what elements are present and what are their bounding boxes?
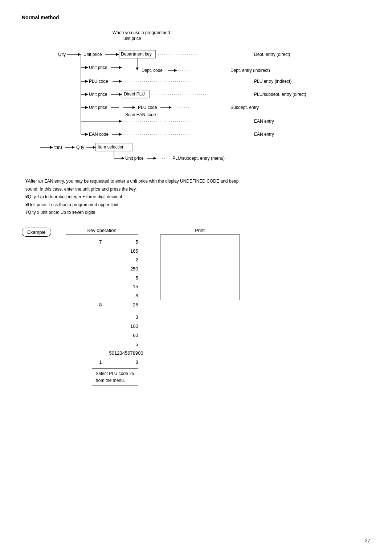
dept-key-box: Department key [121, 52, 152, 57]
row2-dots: ········· [178, 68, 195, 73]
note-line-1: ¥After an EAN entry, you may be requeste… [25, 178, 370, 186]
item-selection-box: Item selection [98, 144, 124, 150]
key-op-right-4: 250 [109, 265, 138, 274]
key-op-left-13 [87, 349, 102, 358]
note-line-2: sound. In this case, enter the unit pric… [25, 186, 370, 194]
key-op-header: Key operation [66, 228, 138, 235]
example-section: Example Key operation 7 5 165 2 250 [22, 228, 370, 386]
key-op-row-11: 60 [66, 331, 138, 340]
ean-right: EAN entry [254, 132, 274, 137]
key-op-left-6 [87, 282, 102, 292]
unit-price-sub-label: unit price [123, 36, 141, 41]
svg-marker-30 [132, 106, 135, 109]
key-op-row-8: 8 25 [66, 301, 138, 310]
key-op-right-9: 3 [109, 313, 138, 322]
note-line-4: ¥Unit price: Less than a programmed uppe… [25, 201, 370, 209]
key-op-col: Key operation 7 5 165 2 250 5 [66, 228, 138, 386]
key-op-right-1: 5 [109, 238, 138, 247]
diagram-svg: When you use a programmed unit price Q't… [29, 28, 356, 166]
menu-select-box: Select PLU code 25 from the menu. [92, 368, 138, 386]
key-op-left-8: 8 [87, 301, 102, 310]
print-box [160, 235, 240, 300]
key-op-left-3 [87, 256, 102, 265]
key-op-left-10 [87, 322, 102, 331]
svg-marker-35 [119, 120, 122, 123]
print-col: Print [160, 228, 240, 386]
key-op-right-10: 100 [109, 322, 138, 331]
ean-dots: ····································· [123, 132, 194, 137]
svg-marker-32 [169, 106, 172, 109]
key-op-row-2: 165 [66, 247, 138, 256]
key-op-left-11 [87, 331, 102, 340]
row4-dots: ····························· [151, 92, 207, 97]
row2-unitprice: Unit price [89, 65, 107, 70]
key-op-row-10: 100 [66, 322, 138, 331]
key-op-right-13: 5012345678900 [109, 349, 138, 358]
row1-right: Dept. entry (direct) [254, 52, 290, 57]
key-op-left-5 [87, 274, 102, 283]
svg-marker-21 [85, 93, 88, 96]
notes-section: ¥After an EAN entry, you may be requeste… [25, 178, 370, 217]
svg-marker-44 [72, 146, 75, 149]
section-title: Normal method [22, 15, 370, 20]
key-op-row-13: 5012345678900 [66, 349, 138, 358]
note-line-5: ¥Q ty x unit price: Up to seven digits [25, 209, 370, 217]
key-op-right-5: 5 [109, 274, 138, 283]
svg-marker-52 [154, 157, 156, 160]
key-op-right-11: 60 [109, 331, 138, 340]
key-op-right-7: 8 [109, 292, 138, 301]
svg-marker-18 [119, 80, 122, 83]
key-op-left-9 [87, 313, 102, 322]
key-op-left-2 [87, 247, 102, 256]
key-op-row-3: 2 [66, 256, 138, 265]
when-label: When you use a programmed [113, 30, 170, 35]
page-number: 27 [365, 538, 370, 543]
row2-deptcode: Dept. code [142, 68, 163, 73]
row5-unitprice: Unit price [89, 105, 107, 110]
svg-marker-9 [119, 66, 122, 69]
key-op-right-12: 5 [109, 340, 138, 349]
svg-marker-1 [78, 53, 81, 56]
svg-marker-23 [119, 93, 122, 96]
key-op-row-spacer [66, 309, 138, 313]
key-operation-section: Key operation 7 5 165 2 250 5 [66, 228, 240, 386]
svg-marker-50 [122, 157, 124, 160]
key-op-left-1: 7 [87, 238, 102, 247]
key-op-left-12 [87, 340, 102, 349]
svg-marker-27 [85, 106, 88, 109]
row5-plucode: PLU code [138, 105, 157, 110]
menu-dots: ···· [157, 156, 166, 161]
scan-dots: ····································· [123, 119, 194, 124]
row3-dots: ····································· [123, 79, 194, 84]
key-op-row-1: 7 5 [66, 238, 138, 247]
menu-right: PLU/subdept. entry (menu) [172, 156, 225, 161]
key-op-row-4: 250 [66, 265, 138, 274]
note-line-3: ¥Q ty: Up to four-digit integer + three-… [25, 193, 370, 201]
row3-plucode: PLU code [89, 79, 108, 84]
scan-label: Scan EAN code [125, 112, 156, 117]
direct-plu-box: Direct PLU [124, 91, 145, 97]
key-op-right-6: 15 [109, 282, 138, 292]
scan-right: EAN entry [254, 119, 274, 124]
svg-marker-42 [50, 146, 53, 149]
diagram-container: When you use a programmed unit price Q't… [29, 28, 370, 167]
row4-unitprice: Unit price [89, 92, 107, 97]
example-label-container: Example [22, 228, 51, 237]
key-op-row-14: 1 8 [66, 358, 138, 367]
key-op-row-12: 5 [66, 340, 138, 349]
qty-thru: Q ty [76, 145, 84, 150]
key-op-left-14: 1 [87, 358, 102, 367]
row1-dots: ····················· [158, 52, 199, 57]
svg-marker-7 [85, 66, 88, 69]
row2-right: Dept. entry (indirect) [230, 68, 270, 73]
svg-marker-38 [85, 133, 88, 136]
example-label: Example [22, 228, 51, 237]
qty-label: Q'ty [58, 52, 66, 57]
menu-unitprice: Unit price [125, 156, 144, 161]
key-op-left-7 [87, 292, 102, 301]
row5-dots: ········· [172, 105, 190, 110]
menu-line-1: Select PLU code 25 [96, 370, 134, 377]
print-header: Print [160, 228, 240, 235]
row4-right: PLU/subdept. entry (direct) [254, 92, 306, 97]
key-op-right-14: 8 [109, 358, 138, 367]
